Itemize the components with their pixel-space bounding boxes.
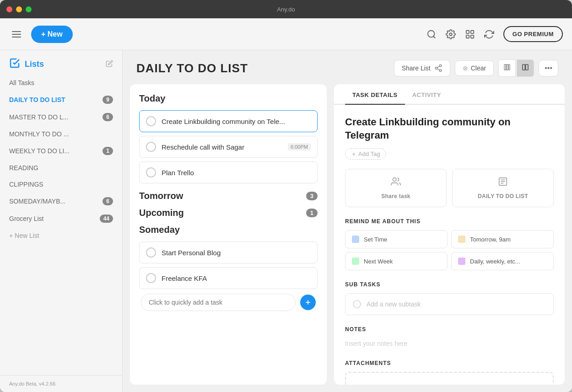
set-time-label: Set Time <box>364 236 387 243</box>
close-button[interactable] <box>6 6 12 12</box>
sidebar-item-clippings[interactable]: CLIPPINGS <box>0 176 122 193</box>
tomorrow-label: Tomorrow, 9am <box>470 236 511 243</box>
task-checkbox[interactable] <box>146 273 156 283</box>
task-text: Plan Trello <box>162 169 311 177</box>
badge-grocery: 44 <box>100 215 113 223</box>
list-view-button[interactable] <box>517 59 534 77</box>
sidebar-header: Lists <box>0 50 122 75</box>
task-checkbox[interactable] <box>146 116 156 126</box>
clear-x-icon: ⊗ <box>463 64 468 72</box>
notes-area: NOTES Insert your notes here <box>345 326 554 349</box>
task-checkbox[interactable] <box>146 247 156 258</box>
sidebar-item-weekly[interactable]: WEEKLY TO DO LI... 1 <box>0 142 122 160</box>
svg-line-11 <box>437 66 439 68</box>
task-checkbox[interactable] <box>146 142 156 152</box>
svg-rect-3 <box>466 30 469 33</box>
new-button[interactable]: + New <box>31 26 73 43</box>
lists-icon <box>9 58 20 71</box>
clear-label: Clear <box>471 64 486 72</box>
detail-panel: TASK DETAILS ACTIVITY Create Linkbuildin… <box>334 84 565 385</box>
new-list-button[interactable]: + New List <box>0 227 122 244</box>
sidebar-item-daily[interactable]: DAILY TO DO LIST 9 <box>0 91 122 108</box>
add-task-submit-button[interactable] <box>300 295 316 310</box>
task-item[interactable]: Plan Trello <box>139 161 318 183</box>
someday-title: Someday <box>139 225 180 235</box>
traffic-lights <box>6 6 32 12</box>
share-list-label: Share List <box>402 64 431 72</box>
next-week-icon <box>352 258 359 265</box>
share-list-button[interactable]: Share List <box>394 60 450 76</box>
share-task-icon <box>391 177 401 189</box>
menu-button[interactable] <box>9 28 24 40</box>
notes-placeholder[interactable]: Insert your notes here <box>345 338 554 349</box>
subtask-input-area[interactable]: Add a new subtask <box>345 293 554 315</box>
svg-point-21 <box>393 178 396 181</box>
next-week-button[interactable]: Next Week <box>345 252 448 270</box>
task-checkbox[interactable] <box>146 167 156 177</box>
svg-rect-6 <box>471 35 474 38</box>
add-tag-button[interactable]: Add Tag <box>345 148 386 160</box>
detail-tabs: TASK DETAILS ACTIVITY <box>334 84 565 105</box>
sidebar: Lists All Tasks <box>0 50 123 392</box>
sidebar-item-someday[interactable]: SOMEDAY/MAYB... 6 <box>0 193 122 210</box>
badge-master: 6 <box>103 113 113 121</box>
window-title: Any.do <box>277 6 295 13</box>
maximize-button[interactable] <box>26 6 32 12</box>
task-text: Create Linkbuilding community on Tele... <box>162 118 311 125</box>
sidebar-item-reading[interactable]: READING <box>0 160 122 176</box>
list-card[interactable]: DAILY TO DO LIST <box>452 169 554 207</box>
sidebar-title: Lists <box>9 58 44 71</box>
more-options-button[interactable]: ••• <box>539 60 558 76</box>
sidebar-footer: Any.do Beta, v4.2.66 <box>0 375 122 392</box>
sidebar-item-grocery[interactable]: Grocery List 44 <box>0 210 122 227</box>
widget-button[interactable] <box>465 29 475 39</box>
content-split: Today Create Linkbuilding community on T… <box>123 84 572 392</box>
svg-rect-16 <box>526 64 528 70</box>
tab-task-details[interactable]: TASK DETAILS <box>345 84 405 105</box>
task-item[interactable]: Start Personal Blog <box>139 242 318 263</box>
set-time-button[interactable]: Set Time <box>345 230 448 248</box>
svg-rect-5 <box>466 35 469 38</box>
add-task-input[interactable] <box>141 294 296 311</box>
tab-activity[interactable]: ACTIVITY <box>405 84 448 105</box>
upcoming-section-header: Upcoming 1 <box>139 208 318 218</box>
task-item[interactable]: Freelance KFA <box>139 267 318 289</box>
next-week-label: Next Week <box>364 258 393 265</box>
task-item[interactable]: Create Linkbuilding community on Tele... <box>139 110 318 132</box>
app-body: + New <box>0 18 572 392</box>
recurring-button[interactable]: Daily, weekly, etc... <box>451 252 554 270</box>
minimize-button[interactable] <box>16 6 22 12</box>
sidebar-item-master[interactable]: MASTER TO DO L... 6 <box>0 108 122 126</box>
task-item[interactable]: Reschedule call with Sagar 6:00PM <box>139 136 318 158</box>
today-title: Today <box>139 93 165 104</box>
recurring-icon <box>458 258 465 265</box>
sync-button[interactable] <box>484 29 494 39</box>
sidebar-item-monthly[interactable]: MONTHLY TO DO ... <box>0 126 122 142</box>
content-header: DAILY TO DO LIST Share List ⊗ <box>123 50 572 84</box>
detail-task-title: Create Linkbuilding community on Telegra… <box>345 116 554 142</box>
share-task-card[interactable]: Share task <box>345 169 447 207</box>
main-area: Lists All Tasks <box>0 50 572 392</box>
subtasks-label: SUB TASKS <box>345 281 554 288</box>
premium-button[interactable]: GO PREMIUM <box>503 26 563 42</box>
edit-lists-button[interactable] <box>106 60 113 69</box>
attachments-dropzone[interactable] <box>345 372 554 385</box>
settings-button[interactable] <box>446 29 456 39</box>
app-window: Any.do + New <box>0 0 572 392</box>
subtask-circle <box>353 300 361 308</box>
svg-point-8 <box>435 67 437 70</box>
today-section-header: Today <box>139 93 318 104</box>
svg-rect-14 <box>509 64 510 70</box>
tomorrow-9am-button[interactable]: Tomorrow, 9am <box>451 230 554 248</box>
svg-rect-15 <box>523 64 525 70</box>
tomorrow-title: Tomorrow <box>139 191 183 201</box>
attachments-label: ATTACHMENTS <box>345 360 554 366</box>
sidebar-item-all-tasks[interactable]: All Tasks <box>0 75 122 91</box>
column-view-button[interactable] <box>498 59 516 77</box>
someday-section-header: Someday <box>139 225 318 235</box>
clear-button[interactable]: ⊗ Clear <box>455 60 494 76</box>
badge-someday: 6 <box>103 197 113 205</box>
tomorrow-badge: 3 <box>306 192 318 200</box>
search-button[interactable] <box>426 29 437 39</box>
hamburger-icon <box>12 31 21 38</box>
